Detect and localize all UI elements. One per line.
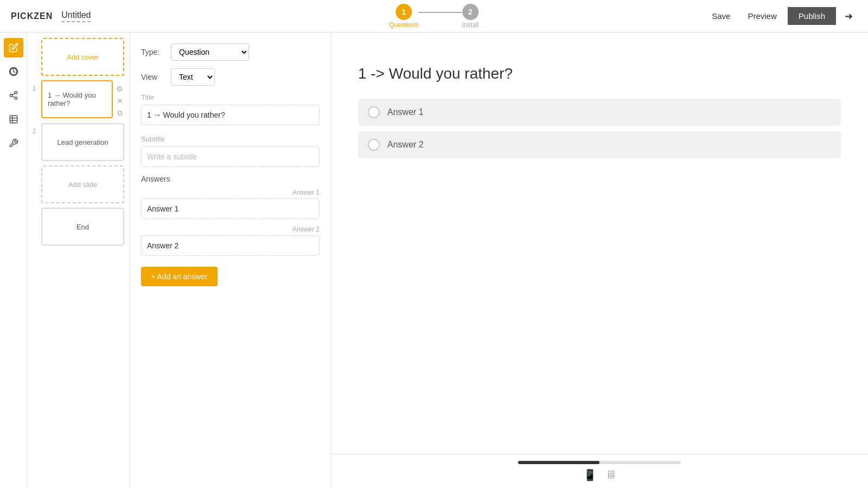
slide-actions: ⚙ ✕ ⧉ bbox=[115, 80, 124, 119]
slide-end[interactable]: End bbox=[41, 208, 124, 246]
preview-footer: 📱 🖥 bbox=[331, 454, 868, 488]
theme-icon-button[interactable] bbox=[4, 62, 23, 81]
answer-2-text: Answer 2 bbox=[387, 140, 424, 150]
step-connector bbox=[418, 12, 462, 13]
add-slide-label: Add slide bbox=[68, 181, 97, 189]
slide-delete-button[interactable]: ✕ bbox=[115, 95, 124, 106]
settings-icon-button[interactable] bbox=[4, 133, 23, 153]
list-item: Add slide bbox=[33, 165, 124, 203]
preview-question: 1 -> Would you rather? bbox=[358, 65, 841, 82]
desktop-icon[interactable]: 🖥 bbox=[605, 468, 616, 481]
svg-point-2 bbox=[15, 97, 17, 100]
slide-q1-label: 1 → Would you rather? bbox=[48, 91, 106, 107]
svg-point-1 bbox=[10, 94, 12, 97]
preview-panel: 1 -> Would you rather? Answer 1 Answer 2… bbox=[331, 33, 868, 488]
mobile-icon[interactable]: 📱 bbox=[583, 468, 597, 481]
steps-indicator: 1 Questions 2 Install bbox=[389, 4, 478, 29]
table-icon-button[interactable] bbox=[4, 110, 23, 129]
slide-lead[interactable]: Lead generation bbox=[41, 123, 124, 161]
preview-answer-2[interactable]: Answer 2 bbox=[358, 131, 841, 158]
list-item: End bbox=[33, 208, 124, 246]
list-item: Add cover bbox=[33, 38, 124, 76]
subtitle-input[interactable] bbox=[141, 146, 320, 167]
slide-lead-label: Lead generation bbox=[58, 138, 108, 146]
export-button[interactable]: ➜ bbox=[840, 8, 857, 24]
title-section-label: Title bbox=[141, 93, 320, 101]
step-2-label: Install bbox=[462, 21, 478, 29]
preview-answer-1[interactable]: Answer 1 bbox=[358, 99, 841, 126]
step-install[interactable]: 2 Install bbox=[462, 4, 478, 29]
add-cover-slide[interactable]: Add cover bbox=[41, 38, 124, 76]
type-select[interactable]: Question Lead generation End bbox=[171, 43, 249, 61]
publish-button[interactable]: Publish bbox=[788, 7, 836, 25]
preview-content: 1 -> Would you rather? Answer 1 Answer 2 bbox=[331, 33, 868, 454]
svg-point-0 bbox=[15, 92, 17, 94]
answer-group-2: Answer 2 bbox=[141, 226, 320, 256]
slide-number: 2 bbox=[33, 127, 39, 135]
step-1-circle: 1 bbox=[395, 4, 412, 20]
slide-settings-button[interactable]: ⚙ bbox=[115, 84, 124, 94]
answers-section: Answers Answer 1 Answer 2 + Add an answe… bbox=[141, 175, 320, 286]
slides-panel: Add cover 1 1 → Would you rather? ⚙ ✕ ⧉ … bbox=[27, 33, 130, 488]
device-icons: 📱 🖥 bbox=[583, 468, 616, 481]
answer-1-label: Answer 1 bbox=[141, 189, 320, 196]
slide-end-label: End bbox=[76, 223, 89, 231]
subtitle-section-label: Subtitle bbox=[141, 135, 320, 143]
topbar-actions: Save Preview Publish ➜ bbox=[705, 7, 857, 25]
main-layout: Add cover 1 1 → Would you rather? ⚙ ✕ ⧉ … bbox=[0, 33, 868, 488]
document-title[interactable]: Untitled bbox=[61, 10, 91, 22]
answer-2-input[interactable] bbox=[141, 235, 320, 256]
answer-group-1: Answer 1 bbox=[141, 189, 320, 219]
answer-1-radio bbox=[368, 106, 380, 118]
save-button[interactable]: Save bbox=[705, 8, 737, 24]
answer-2-radio bbox=[368, 139, 380, 151]
progress-bar-fill bbox=[518, 461, 599, 464]
type-field-row: Type: Question Lead generation End bbox=[141, 43, 320, 61]
answer-2-label: Answer 2 bbox=[141, 226, 320, 233]
list-item: 2 Lead generation bbox=[33, 123, 124, 161]
brand-logo: PICKZEN bbox=[11, 11, 53, 21]
svg-rect-5 bbox=[10, 115, 17, 123]
add-answer-button[interactable]: + Add an answer bbox=[141, 267, 218, 286]
answer-1-text: Answer 1 bbox=[387, 107, 424, 117]
add-slide-button[interactable]: Add slide bbox=[41, 165, 124, 203]
list-item: 1 1 → Would you rather? ⚙ ✕ ⧉ bbox=[33, 80, 124, 119]
svg-line-3 bbox=[12, 96, 15, 98]
step-1-label: Questions bbox=[389, 21, 418, 29]
share-icon-button[interactable] bbox=[4, 86, 23, 105]
type-label: Type: bbox=[141, 48, 165, 56]
topbar: PICKZEN Untitled 1 Questions 2 Install S… bbox=[0, 0, 868, 33]
add-cover-label: Add cover bbox=[67, 53, 99, 61]
slide-copy-button[interactable]: ⧉ bbox=[115, 107, 124, 119]
title-input[interactable] bbox=[141, 105, 320, 125]
icon-sidebar bbox=[0, 33, 27, 488]
view-select[interactable]: Text Image Card bbox=[171, 68, 215, 86]
view-field-row: View Text Image Card bbox=[141, 68, 320, 86]
answer-1-input[interactable] bbox=[141, 198, 320, 219]
answers-header: Answers bbox=[141, 175, 320, 183]
slide-q1[interactable]: 1 → Would you rather? bbox=[41, 80, 113, 118]
editor-panel: Type: Question Lead generation End View … bbox=[130, 33, 331, 488]
svg-line-4 bbox=[12, 93, 15, 95]
edit-icon-button[interactable] bbox=[4, 38, 23, 57]
step-2-circle: 2 bbox=[462, 4, 478, 20]
preview-button[interactable]: Preview bbox=[741, 8, 783, 24]
view-label: View bbox=[141, 73, 165, 81]
progress-bar-track bbox=[518, 461, 681, 464]
step-questions[interactable]: 1 Questions bbox=[389, 4, 418, 29]
slide-number: 1 bbox=[33, 85, 39, 92]
